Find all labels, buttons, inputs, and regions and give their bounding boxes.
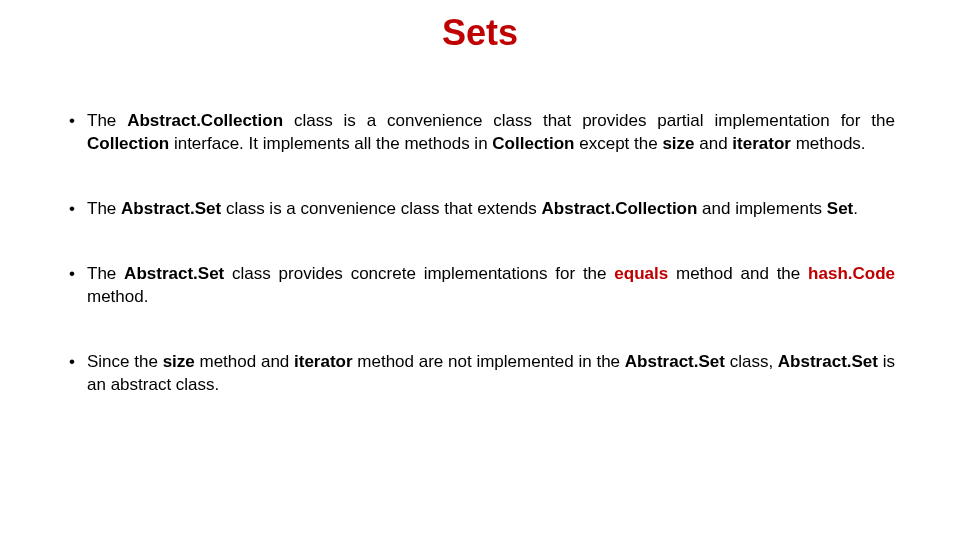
text-run: Set <box>827 199 853 218</box>
text-run: class is a convenience class that extend… <box>221 199 541 218</box>
text-run: class provides concrete implementations … <box>224 264 614 283</box>
text-run: Abstract.Set <box>778 352 878 371</box>
bullet-item: The Abstract.Collection class is a conve… <box>65 110 895 156</box>
text-run: and implements <box>697 199 826 218</box>
text-run: Collection <box>492 134 574 153</box>
text-run: except the <box>575 134 663 153</box>
text-run: iterator <box>294 352 353 371</box>
slide-body: The Abstract.Collection class is a conve… <box>65 110 895 439</box>
slide-title: Sets <box>0 12 960 54</box>
text-run: and <box>695 134 733 153</box>
text-run: method. <box>87 287 148 306</box>
text-run: method are not implemented in the <box>353 352 625 371</box>
text-run: Abstract.Set <box>124 264 224 283</box>
text-run: Abstract.Collection <box>542 199 698 218</box>
bullet-item: The Abstract.Set class is a convenience … <box>65 198 895 221</box>
bullet-list: The Abstract.Collection class is a conve… <box>65 110 895 397</box>
text-run: Abstract.Set <box>121 199 221 218</box>
text-run: size <box>163 352 195 371</box>
text-run: Since the <box>87 352 163 371</box>
text-run: iterator <box>732 134 791 153</box>
text-run: class is a convenience class that provid… <box>283 111 895 130</box>
slide: Sets The Abstract.Collection class is a … <box>0 0 960 540</box>
text-run: equals <box>614 264 668 283</box>
text-run: . <box>853 199 858 218</box>
text-run: Abstract.Set <box>625 352 725 371</box>
bullet-item: Since the size method and iterator metho… <box>65 351 895 397</box>
text-run: hash.Code <box>808 264 895 283</box>
text-run: Abstract.Collection <box>127 111 283 130</box>
text-run: Collection <box>87 134 169 153</box>
text-run: methods. <box>791 134 866 153</box>
text-run: class, <box>725 352 778 371</box>
text-run: The <box>87 199 121 218</box>
text-run: The <box>87 111 127 130</box>
text-run: method and the <box>668 264 808 283</box>
text-run: method and <box>195 352 294 371</box>
text-run: interface. It implements all the methods… <box>169 134 492 153</box>
bullet-item: The Abstract.Set class provides concrete… <box>65 263 895 309</box>
text-run: size <box>662 134 694 153</box>
text-run: The <box>87 264 124 283</box>
